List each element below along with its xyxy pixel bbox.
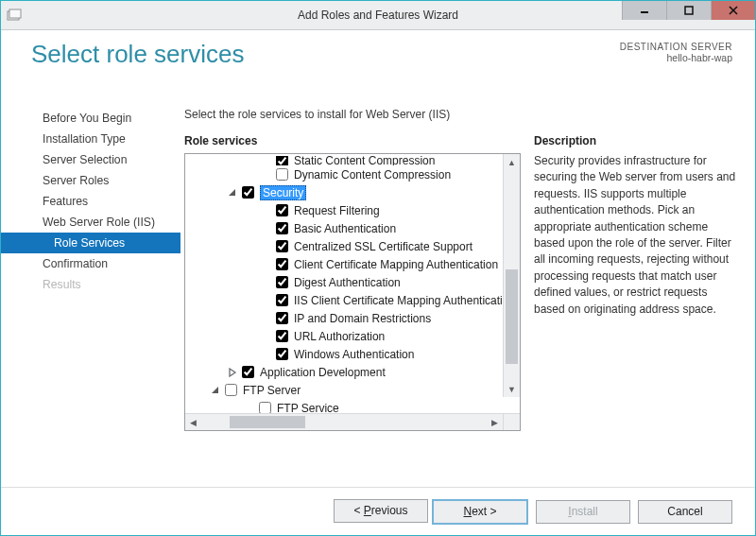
nav-item-features[interactable]: Features [1, 191, 180, 212]
tree-node-digest-authentication[interactable]: Digest Authentication [185, 273, 520, 291]
svg-rect-3 [685, 7, 693, 14]
tree-node-label[interactable]: Centralized SSL Certificate Support [294, 240, 472, 253]
tree-checkbox[interactable] [242, 186, 254, 199]
app-icon [7, 8, 22, 23]
nav-item-web-server-role-iis-[interactable]: Web Server Role (IIS) [1, 212, 180, 233]
tree-node-label[interactable]: Application Development [260, 366, 386, 379]
destination-server: DESTINATION SERVER hello-habr-wap [620, 40, 732, 98]
expander-spacer [261, 277, 272, 288]
expander-spacer [261, 313, 272, 324]
expander-spacer [261, 259, 272, 270]
tree-node-ip-and-domain-restrictions[interactable]: IP and Domain Restrictions [185, 309, 520, 327]
destination-value: hello-habr-wap [620, 52, 732, 63]
tree-node-label[interactable]: Basic Authentication [294, 222, 396, 235]
wizard-content: Select the role services to install for … [180, 98, 755, 487]
window-controls [622, 1, 755, 20]
wizard-footer: < Previous Next > Install Cancel [1, 487, 755, 535]
tree-node-label[interactable]: Security [260, 185, 306, 200]
nav-item-confirmation[interactable]: Confirmation [1, 253, 180, 274]
expander-spacer [261, 331, 272, 342]
install-button: Install [536, 500, 630, 524]
tree-node-label[interactable]: IP and Domain Restrictions [294, 312, 431, 325]
tree-node-centralized-ssl-certificate-support[interactable]: Centralized SSL Certificate Support [185, 237, 520, 255]
vertical-scrollbar[interactable]: ▲ ▼ [503, 154, 520, 397]
hscroll-thumb[interactable] [230, 416, 305, 428]
instruction-text: Select the role services to install for … [180, 108, 747, 121]
collapse-icon[interactable] [227, 187, 238, 199]
window-title: Add Roles and Features Wizard [298, 9, 458, 22]
tree-checkbox[interactable] [276, 156, 288, 165]
expander-spacer [261, 169, 272, 181]
tree-node-label[interactable]: Client Certificate Mapping Authenticatio… [294, 258, 498, 271]
nav-item-role-services[interactable]: Role Services [1, 233, 180, 253]
tree-node-label[interactable]: Request Filtering [294, 204, 380, 217]
maximize-button[interactable] [666, 1, 711, 20]
nav-item-before-you-begin[interactable]: Before You Begin [1, 108, 180, 129]
tree-node-application-development[interactable]: Application Development [185, 363, 520, 381]
tree-checkbox[interactable] [276, 348, 288, 360]
scroll-thumb[interactable] [506, 269, 518, 364]
tree-node-label[interactable]: Dynamic Content Compression [294, 168, 451, 182]
expander-spacer [261, 241, 272, 252]
cancel-button[interactable]: Cancel [638, 500, 732, 524]
expander-spacer [261, 205, 272, 216]
expand-icon[interactable] [227, 367, 238, 378]
tree-node-label[interactable]: Digest Authentication [294, 276, 401, 289]
description-text: Security provides infrastructure for sec… [534, 153, 736, 318]
tree-node-url-authorization[interactable]: URL Authorization [185, 327, 520, 345]
tree-node-iis-client-certificate-mapping-authentication[interactable]: IIS Client Certificate Mapping Authentic… [185, 291, 520, 309]
tree-checkbox[interactable] [259, 402, 271, 413]
tree-checkbox[interactable] [276, 276, 288, 288]
nav-item-server-selection[interactable]: Server Selection [1, 149, 180, 170]
tree-node-label[interactable]: IIS Client Certificate Mapping Authentic… [294, 294, 515, 307]
wizard-body: Before You BeginInstallation TypeServer … [1, 98, 755, 487]
tree-node-basic-authentication[interactable]: Basic Authentication [185, 219, 520, 237]
tree-checkbox[interactable] [276, 222, 288, 234]
tree-checkbox[interactable] [276, 204, 288, 216]
tree-node-label[interactable]: FTP Service [277, 402, 339, 414]
close-button[interactable] [711, 1, 755, 20]
role-services-tree: Static Content CompressionDynamic Conten… [184, 153, 521, 431]
tree-checkbox[interactable] [276, 330, 288, 342]
svg-rect-1 [9, 9, 21, 18]
nav-item-server-roles[interactable]: Server Roles [1, 170, 180, 191]
scroll-left-button[interactable]: ◀ [185, 414, 201, 430]
tree-checkbox[interactable] [276, 168, 288, 181]
tree-checkbox[interactable] [276, 294, 288, 306]
tree-node-security[interactable]: Security [185, 183, 520, 201]
scrollbar-corner [503, 414, 520, 430]
tree-checkbox[interactable] [242, 366, 254, 378]
nav-item-results: Results [1, 274, 180, 295]
tree-checkbox[interactable] [276, 240, 288, 252]
wizard-nav: Before You BeginInstallation TypeServer … [1, 98, 180, 487]
expander-spacer [244, 403, 255, 414]
tree-node-label[interactable]: Static Content Compression [294, 156, 435, 165]
tree-node-label[interactable]: URL Authorization [294, 330, 385, 343]
scroll-down-button[interactable]: ▼ [504, 381, 520, 397]
tree-node-static-content-compression[interactable]: Static Content Compression [185, 156, 520, 165]
roles-title: Role services [184, 134, 521, 147]
tree-node-request-filtering[interactable]: Request Filtering [185, 201, 520, 219]
horizontal-scrollbar[interactable]: ◀ ▶ [185, 413, 520, 430]
tree-node-windows-authentication[interactable]: Windows Authentication [185, 345, 520, 363]
tree-checkbox[interactable] [276, 258, 288, 270]
previous-button[interactable]: < Previous [334, 499, 428, 523]
tree-node-dynamic-content-compression[interactable]: Dynamic Content Compression [185, 165, 520, 183]
expander-spacer [261, 295, 272, 306]
next-button[interactable]: Next > [432, 499, 528, 525]
tree-node-ftp-service[interactable]: FTP Service [185, 399, 520, 413]
minimize-button[interactable] [622, 1, 666, 20]
tree-node-label[interactable]: Windows Authentication [294, 348, 414, 361]
description-title: Description [534, 134, 736, 147]
tree-checkbox[interactable] [276, 312, 288, 324]
scroll-up-button[interactable]: ▲ [504, 154, 520, 170]
tree-node-ftp-server[interactable]: FTP Server [185, 381, 520, 399]
destination-label: DESTINATION SERVER [620, 42, 732, 52]
tree-node-client-certificate-mapping-authentication[interactable]: Client Certificate Mapping Authenticatio… [185, 255, 520, 273]
tree-node-label[interactable]: FTP Server [243, 384, 301, 397]
collapse-icon[interactable] [210, 385, 221, 396]
expander-spacer [261, 156, 272, 165]
nav-item-installation-type[interactable]: Installation Type [1, 129, 180, 149]
scroll-right-button[interactable]: ▶ [487, 414, 503, 430]
tree-checkbox[interactable] [225, 384, 237, 396]
